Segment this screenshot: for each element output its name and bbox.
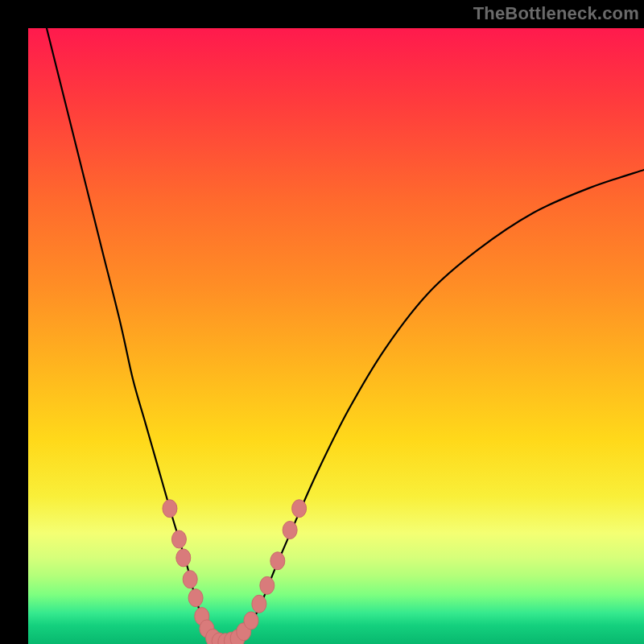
data-marker — [252, 595, 266, 613]
chart-frame: TheBottleneck.com — [0, 0, 644, 644]
curve-right — [237, 170, 644, 640]
data-marker — [270, 552, 285, 570]
chart-svg — [28, 28, 644, 644]
data-marker — [183, 571, 197, 588]
markers-group — [163, 500, 307, 644]
data-marker — [283, 521, 297, 539]
data-marker — [244, 612, 258, 630]
data-marker — [171, 530, 186, 548]
curve-group — [47, 28, 644, 643]
data-marker — [260, 576, 275, 594]
data-marker — [292, 500, 307, 518]
data-marker — [188, 589, 203, 607]
data-marker — [176, 549, 191, 567]
curve-left — [47, 28, 213, 641]
data-marker — [163, 500, 177, 518]
plot-area — [28, 28, 644, 644]
watermark-text: TheBottleneck.com — [473, 3, 639, 24]
